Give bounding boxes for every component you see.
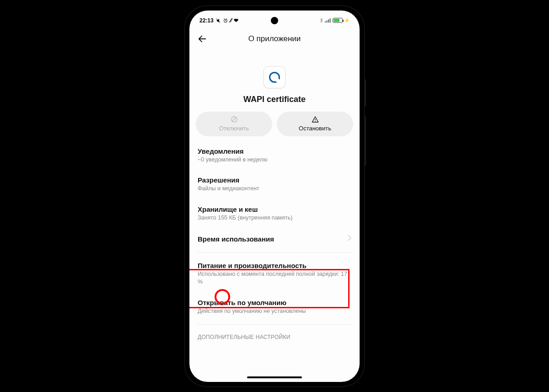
item-sub: Действия по умолчанию не установлены [198, 307, 351, 315]
phone-frame: 22:13 ⁄⁄ ❤ ⚡ [185, 6, 364, 387]
item-title: Открывать по умолчанию [198, 299, 351, 306]
list-item-screentime[interactable]: Время использования [196, 228, 353, 249]
app-info: WAPI certificate [189, 66, 360, 104]
disable-button: Отключить [196, 112, 272, 136]
item-sub: Занято 155 КБ (внутренняя память) [198, 214, 351, 222]
mute-icon [215, 18, 221, 23]
misc-icon-2: ❤ [234, 17, 238, 24]
stop-button[interactable]: Остановить [277, 112, 353, 136]
item-title: Питание и производительность [198, 262, 351, 269]
settings-list: Уведомления ~0 уведомлений в неделю Разр… [189, 141, 360, 378]
svg-rect-3 [327, 21, 328, 23]
svg-point-9 [315, 121, 315, 121]
app-icon [264, 66, 285, 88]
bluetooth-icon [319, 18, 323, 23]
battery-icon [333, 18, 343, 23]
side-button-2 [364, 116, 366, 166]
status-right: ⚡ [319, 18, 350, 23]
signal-icon [325, 18, 331, 23]
action-row: Отключить Остановить [189, 104, 360, 141]
list-item-storage[interactable]: Хранилище и кеш Занято 155 КБ (внутрення… [196, 199, 353, 228]
status-time: 22:13 [199, 17, 214, 24]
warning-icon [312, 116, 319, 124]
back-button[interactable] [197, 33, 208, 44]
camera-notch [271, 17, 278, 24]
header: О приложении [189, 28, 360, 48]
list-item-battery[interactable]: Питание и производительность Использован… [196, 255, 353, 292]
svg-rect-2 [325, 21, 326, 23]
charging-icon: ⚡ [344, 18, 350, 23]
item-title: Хранилище и кеш [198, 205, 351, 213]
chevron-right-icon [348, 235, 351, 243]
item-title: Уведомления [198, 147, 351, 155]
alarm-icon [223, 18, 228, 23]
divider [196, 324, 353, 325]
list-item-notifications[interactable]: Уведомления ~0 уведомлений в неделю [196, 141, 353, 170]
list-item-defaults[interactable]: Открывать по умолчанию Действия по умолч… [196, 292, 353, 322]
side-button-1 [364, 79, 366, 107]
disable-icon [231, 116, 238, 124]
item-sub: Использовано с момента последней полной … [198, 270, 351, 286]
item-sub: Файлы и медиаконтент [198, 185, 351, 193]
svg-line-0 [216, 18, 220, 22]
screen: 22:13 ⁄⁄ ❤ ⚡ [189, 11, 360, 382]
item-title: Время использования [198, 235, 348, 243]
list-item-permissions[interactable]: Разрешения Файлы и медиаконтент [196, 170, 353, 199]
stop-label: Остановить [299, 125, 331, 132]
app-name: WAPI certificate [243, 95, 306, 104]
divider [196, 252, 353, 252]
item-sub: ~0 уведомлений в неделю [198, 156, 351, 164]
disable-label: Отключить [219, 125, 249, 132]
nav-bar [189, 378, 360, 382]
item-title: Разрешения [198, 176, 351, 184]
section-header-additional: ДОПОЛНИТЕЛЬНЫЕ НАСТРОЙКИ [196, 328, 353, 343]
misc-icon-1: ⁄⁄ [230, 17, 232, 24]
svg-rect-4 [328, 19, 329, 22]
svg-line-7 [232, 117, 236, 121]
page-title: О приложении [248, 34, 301, 43]
svg-rect-5 [330, 18, 331, 22]
status-left: 22:13 ⁄⁄ ❤ [199, 17, 238, 24]
